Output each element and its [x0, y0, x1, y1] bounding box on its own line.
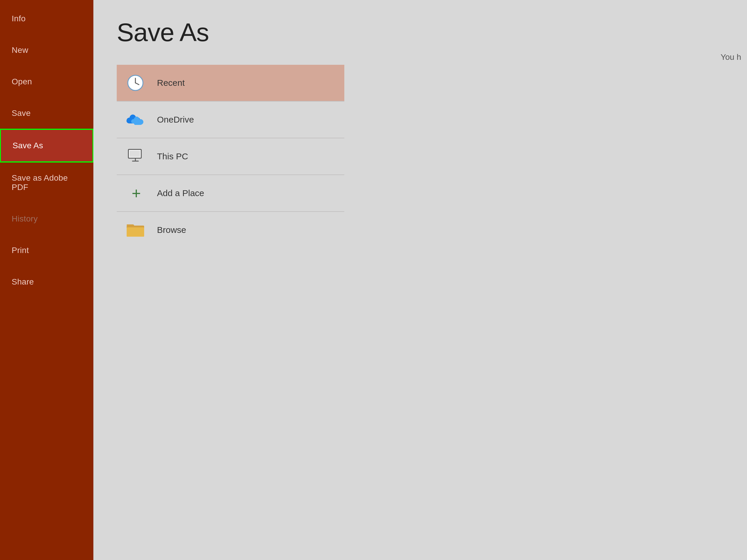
location-item-this-pc[interactable]: This PC — [117, 138, 344, 175]
plus-icon: + — [126, 183, 145, 203]
sidebar-item-new[interactable]: New — [0, 34, 93, 66]
sidebar-item-share-label: Share — [12, 277, 34, 286]
sidebar-item-save-as-label: Save As — [12, 141, 43, 150]
pc-icon — [126, 147, 145, 166]
onedrive-icon — [126, 110, 145, 130]
location-item-onedrive[interactable]: OneDrive — [117, 102, 344, 138]
main-content: Save As Recent OneDrive — [93, 0, 747, 560]
sidebar-item-history[interactable]: History — [0, 203, 93, 235]
location-this-pc-label: This PC — [157, 151, 188, 161]
svg-rect-8 — [127, 227, 144, 237]
location-recent-label: Recent — [157, 78, 185, 88]
svg-rect-4 — [130, 151, 140, 157]
sidebar-item-print[interactable]: Print — [0, 235, 93, 266]
sidebar-item-open[interactable]: Open — [0, 66, 93, 98]
folder-icon — [126, 220, 145, 240]
sidebar-item-share[interactable]: Share — [0, 266, 93, 298]
clock-icon — [126, 73, 145, 93]
sidebar-item-save-label: Save — [12, 108, 31, 118]
sidebar-item-save-as[interactable]: Save As — [0, 129, 93, 162]
sidebar-item-open-label: Open — [12, 77, 32, 86]
sidebar-item-info-label: Info — [12, 14, 26, 23]
location-browse-label: Browse — [157, 225, 186, 235]
sidebar-item-save[interactable]: Save — [0, 98, 93, 129]
location-item-add-place[interactable]: + Add a Place — [117, 175, 344, 211]
location-item-recent[interactable]: Recent — [117, 65, 344, 101]
location-add-place-label: Add a Place — [157, 188, 204, 198]
location-list: Recent OneDrive — [117, 65, 344, 248]
sidebar-item-new-label: New — [12, 46, 28, 55]
location-item-browse[interactable]: Browse — [117, 212, 344, 248]
page-title: Save As — [117, 18, 724, 47]
sidebar-item-print-label: Print — [12, 246, 29, 255]
sidebar-item-save-as-pdf-label: Save as Adobe PDF — [12, 173, 68, 192]
sidebar-item-save-as-pdf[interactable]: Save as Adobe PDF — [0, 162, 93, 203]
right-panel-text: You h — [720, 53, 747, 62]
sidebar-item-history-label: History — [12, 214, 37, 223]
sidebar: Info New Open Save Save As Save as Adobe… — [0, 0, 93, 560]
sidebar-item-info[interactable]: Info — [0, 3, 93, 34]
location-onedrive-label: OneDrive — [157, 115, 194, 125]
